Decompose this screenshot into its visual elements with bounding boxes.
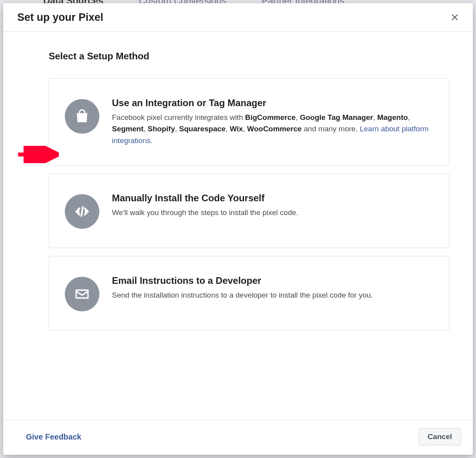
close-icon: [450, 13, 459, 22]
option-title: Email Instructions to a Developer: [112, 275, 433, 286]
modal-header: Set up your Pixel: [3, 3, 473, 32]
modal-body: Select a Setup Method Use an Integration…: [3, 32, 473, 420]
code-icon: [65, 194, 99, 229]
modal-footer: Give Feedback Cancel: [3, 420, 473, 455]
option-title: Manually Install the Code Yourself: [112, 193, 433, 204]
give-feedback-link[interactable]: Give Feedback: [26, 432, 81, 441]
setup-method-heading: Select a Setup Method: [49, 51, 449, 62]
svg-line-4: [81, 207, 82, 216]
option-integration[interactable]: Use an Integration or Tag Manager Facebo…: [49, 78, 449, 166]
envelope-icon: [65, 277, 99, 311]
cancel-button[interactable]: Cancel: [419, 428, 461, 445]
pixel-setup-modal: Set up your Pixel Select a Setup Method …: [3, 3, 473, 455]
option-content: Email Instructions to a Developer Send t…: [112, 275, 433, 301]
option-description: We'll walk you through the steps to inst…: [112, 207, 433, 218]
option-content: Manually Install the Code Yourself We'll…: [112, 193, 433, 218]
shopping-bag-icon: [65, 99, 99, 134]
option-email-developer[interactable]: Email Instructions to a Developer Send t…: [49, 256, 449, 331]
option-description: Facebook pixel currently integrates with…: [112, 112, 433, 146]
option-description: Send the installation instructions to a …: [112, 289, 433, 301]
option-title: Use an Integration or Tag Manager: [112, 97, 433, 109]
modal-title: Set up your Pixel: [17, 11, 103, 24]
option-manual-install[interactable]: Manually Install the Code Yourself We'll…: [49, 173, 449, 248]
option-content: Use an Integration or Tag Manager Facebo…: [112, 97, 433, 146]
close-button[interactable]: [448, 10, 462, 24]
